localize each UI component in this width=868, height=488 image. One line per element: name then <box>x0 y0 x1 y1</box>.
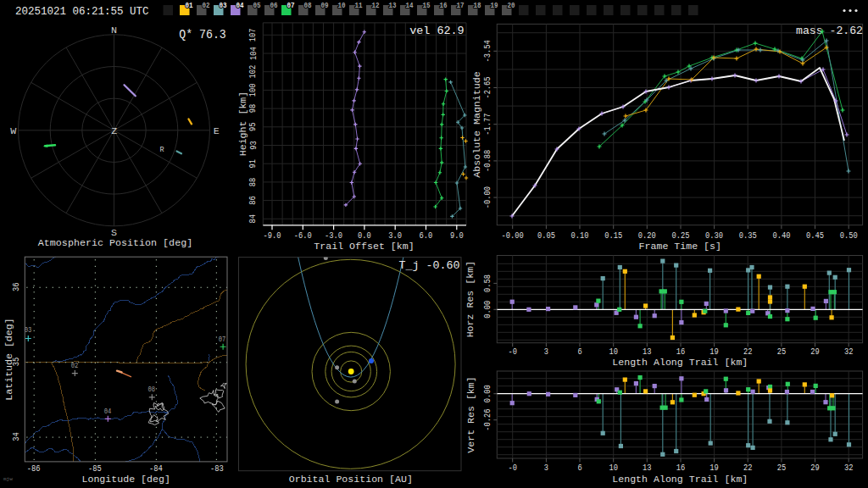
svg-text:Longitude [deg]: Longitude [deg] <box>82 474 170 485</box>
svg-text:-3.54: -3.54 <box>482 40 492 62</box>
svg-text:10: 10 <box>609 463 618 473</box>
svg-text:E: E <box>214 125 220 137</box>
svg-text:09: 09 <box>320 2 328 9</box>
svg-text:0.40: 0.40 <box>772 230 790 241</box>
svg-text:13: 13 <box>388 2 396 9</box>
svg-text:Q* 76.3: Q* 76.3 <box>179 28 226 42</box>
svg-text:0.30: 0.30 <box>705 230 723 241</box>
svg-text:93: 93 <box>248 141 259 150</box>
svg-text:-6.0: -6.0 <box>294 230 312 241</box>
svg-text:32: 32 <box>844 347 854 357</box>
svg-text:Vert Res [km]: Vert Res [km] <box>465 376 476 452</box>
svg-text:W: W <box>10 125 17 137</box>
svg-text:Trail Offset [km]: Trail Offset [km] <box>314 241 414 252</box>
svg-text:05: 05 <box>253 2 260 9</box>
svg-text:vel 62.9: vel 62.9 <box>409 25 465 37</box>
svg-text:6.0: 6.0 <box>420 230 433 241</box>
svg-text:0.15: 0.15 <box>604 230 622 241</box>
svg-text:07: 07 <box>287 2 294 9</box>
svg-text:-0.88: -0.88 <box>482 150 492 172</box>
svg-text:9.0: 9.0 <box>450 230 464 241</box>
svg-text:0.00: 0.00 <box>482 301 492 319</box>
svg-text:08: 08 <box>303 2 311 9</box>
svg-text:-0.00: -0.00 <box>482 186 492 208</box>
svg-text:88: 88 <box>248 178 259 187</box>
svg-text:Length Along Trail [km]: Length Along Trail [km] <box>612 474 748 485</box>
svg-text:-0: -0 <box>508 347 517 357</box>
svg-text:91: 91 <box>248 159 259 169</box>
svg-text:32: 32 <box>844 463 854 473</box>
svg-text:15: 15 <box>422 2 430 9</box>
svg-text:3: 3 <box>544 347 548 357</box>
svg-text:29: 29 <box>810 463 820 473</box>
svg-text:-0.26: -0.26 <box>482 409 492 431</box>
svg-text:-0: -0 <box>508 463 517 473</box>
svg-text:0.50: 0.50 <box>840 230 858 241</box>
svg-text:-3.0: -3.0 <box>325 230 342 241</box>
svg-text:01: 01 <box>185 2 192 9</box>
svg-text:20: 20 <box>507 2 515 9</box>
svg-text:6: 6 <box>577 463 581 473</box>
svg-text:0.05: 0.05 <box>537 230 555 241</box>
svg-text:16: 16 <box>676 463 686 473</box>
svg-text:R: R <box>159 146 164 154</box>
svg-text:-83: -83 <box>210 463 224 474</box>
svg-text:Absolute Magnitude: Absolute Magnitude <box>471 71 482 177</box>
svg-text:13: 13 <box>643 463 652 473</box>
svg-text:22: 22 <box>743 463 753 473</box>
svg-text:104: 104 <box>248 47 259 60</box>
svg-text:Latitude [deg]: Latitude [deg] <box>3 318 14 400</box>
svg-text:-0.00: -0.00 <box>502 230 524 241</box>
svg-text:10: 10 <box>337 2 345 9</box>
svg-text:102: 102 <box>248 65 259 79</box>
svg-text:Z: Z <box>111 125 117 137</box>
svg-text:98: 98 <box>248 104 259 114</box>
svg-text:0.20: 0.20 <box>638 230 656 241</box>
svg-text:3: 3 <box>544 463 548 473</box>
svg-text:107: 107 <box>248 28 259 42</box>
svg-text:20251021 06:21:55 UTC: 20251021 06:21:55 UTC <box>15 5 149 18</box>
svg-text:Horz Res [km]: Horz Res [km] <box>465 261 476 337</box>
svg-text:Length Along Trail [km]: Length Along Trail [km] <box>612 357 748 368</box>
svg-text:3.0: 3.0 <box>388 230 402 241</box>
svg-text:36: 36 <box>11 282 21 291</box>
svg-text:0.58: 0.58 <box>482 274 492 292</box>
svg-text:25: 25 <box>777 347 787 357</box>
svg-text:12: 12 <box>371 2 379 9</box>
svg-text:19: 19 <box>490 2 498 9</box>
svg-text:14: 14 <box>405 2 413 9</box>
svg-text:Orbital Position [AU]: Orbital Position [AU] <box>289 474 413 485</box>
svg-text:22: 22 <box>743 347 753 357</box>
svg-text:04: 04 <box>236 2 243 9</box>
svg-text:-1.77: -1.77 <box>482 114 492 136</box>
svg-text:86: 86 <box>248 196 259 205</box>
svg-text:16: 16 <box>676 347 686 357</box>
svg-text:10: 10 <box>609 347 618 357</box>
svg-text:03: 03 <box>219 2 226 9</box>
svg-text:mjw: mjw <box>3 476 13 482</box>
svg-text:16: 16 <box>439 2 447 9</box>
svg-text:11: 11 <box>354 2 362 9</box>
svg-text:19: 19 <box>709 347 719 357</box>
svg-text:T_j -0.60: T_j -0.60 <box>399 259 460 272</box>
svg-text:0.45: 0.45 <box>806 230 824 241</box>
svg-text:0.35: 0.35 <box>739 230 757 241</box>
svg-text:0.10: 0.10 <box>571 230 589 241</box>
svg-text:34: 34 <box>11 432 21 441</box>
svg-text:0.00: 0.00 <box>482 385 492 402</box>
svg-text:0.25: 0.25 <box>672 230 690 241</box>
svg-text:N: N <box>111 25 117 36</box>
svg-text:-86: -86 <box>27 463 41 474</box>
svg-text:Height [km]: Height [km] <box>237 92 248 157</box>
svg-text:08: 08 <box>147 385 155 394</box>
svg-text:07: 07 <box>219 335 226 344</box>
svg-text:84: 84 <box>248 214 259 224</box>
svg-text:19: 19 <box>709 463 719 473</box>
svg-text:13: 13 <box>643 347 652 357</box>
svg-text:17: 17 <box>456 2 464 9</box>
svg-text:0.0: 0.0 <box>358 230 371 241</box>
svg-text:-85: -85 <box>88 463 102 474</box>
svg-text:6: 6 <box>577 347 581 357</box>
svg-text:29: 29 <box>810 347 820 357</box>
svg-text:-84: -84 <box>149 463 163 474</box>
